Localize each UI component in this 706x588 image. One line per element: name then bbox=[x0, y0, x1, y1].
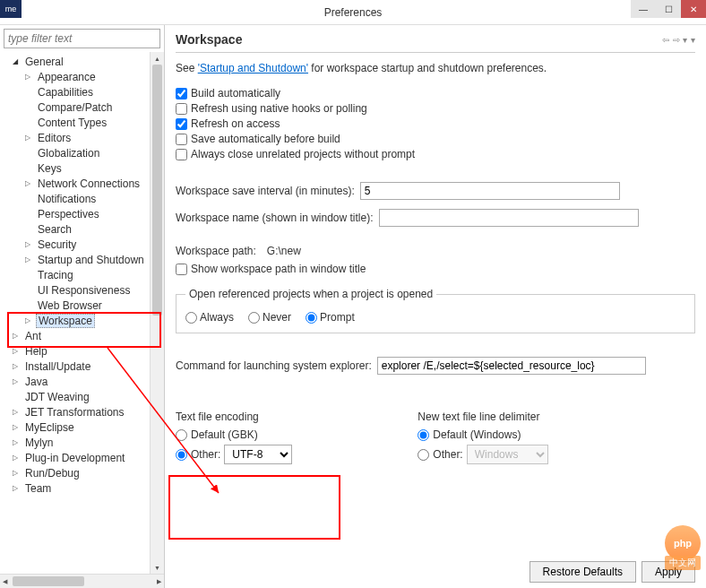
tree-item-tracing[interactable]: Tracing bbox=[0, 267, 150, 282]
tree-arrow-icon[interactable]: ▷ bbox=[13, 469, 23, 477]
refresh-access-label: Refresh on access bbox=[191, 117, 280, 130]
openref-never-radio[interactable] bbox=[248, 312, 260, 324]
scroll-up-icon[interactable]: ▲ bbox=[151, 52, 164, 65]
tree-item-network-connections[interactable]: ▷Network Connections bbox=[0, 176, 150, 191]
ws-path-value: G:\new bbox=[267, 245, 301, 257]
tree-item-label: Ant bbox=[23, 330, 43, 342]
tree-item-workspace[interactable]: ▷Workspace bbox=[0, 313, 150, 328]
tree-item-capabilities[interactable]: Capabilities bbox=[0, 84, 150, 99]
tree-item-label: Perspectives bbox=[36, 208, 101, 220]
tree-scrollbar[interactable]: ▲ ▼ bbox=[150, 52, 164, 574]
tree-item-keys[interactable]: Keys bbox=[0, 160, 150, 176]
tree-item-label: Keys bbox=[36, 162, 64, 175]
tree-item-search[interactable]: Search bbox=[0, 221, 150, 237]
tree-item-install-update[interactable]: ▷Install/Update bbox=[0, 359, 150, 374]
tree-arrow-icon[interactable]: ▷ bbox=[25, 134, 36, 142]
tree-arrow-icon[interactable]: ▷ bbox=[13, 484, 23, 492]
tree-arrow-icon[interactable]: ▷ bbox=[13, 408, 23, 416]
tree-arrow-icon[interactable]: ▷ bbox=[25, 240, 36, 248]
startup-shutdown-link[interactable]: 'Startup and Shutdown' bbox=[198, 62, 308, 74]
delimiter-group: New text file line delimiter Default (Wi… bbox=[418, 411, 547, 468]
tree-item-ant[interactable]: ▷Ant bbox=[0, 328, 150, 343]
close-unrelated-label: Always close unrelated projects without … bbox=[191, 148, 415, 160]
preferences-tree[interactable]: ◢General▷AppearanceCapabilitiesCompare/P… bbox=[0, 52, 150, 574]
tree-arrow-icon[interactable]: ▷ bbox=[13, 454, 23, 462]
window-title: Preferences bbox=[324, 6, 383, 19]
tree-item-security[interactable]: ▷Security bbox=[0, 237, 150, 252]
tree-arrow-icon[interactable]: ▷ bbox=[25, 179, 36, 187]
tree-arrow-icon[interactable]: ▷ bbox=[13, 332, 23, 340]
minimize-button[interactable]: — bbox=[631, 0, 656, 18]
tree-item-notifications[interactable]: Notifications bbox=[0, 191, 150, 206]
tree-item-label: JDT Weaving bbox=[23, 391, 91, 403]
show-path-checkbox[interactable] bbox=[176, 264, 187, 275]
tree-arrow-icon[interactable]: ▷ bbox=[13, 423, 23, 431]
encoding-title: Text file encoding bbox=[176, 411, 292, 423]
tree-item-startup-and-shutdown[interactable]: ▷Startup and Shutdown bbox=[0, 252, 150, 267]
tree-item-myeclipse[interactable]: ▷MyEclipse bbox=[0, 419, 150, 435]
restore-defaults-button[interactable]: Restore Defaults bbox=[530, 561, 636, 583]
refresh-access-checkbox[interactable] bbox=[176, 118, 187, 130]
tree-item-mylyn[interactable]: ▷Mylyn bbox=[0, 435, 150, 450]
tree-item-editors[interactable]: ▷Editors bbox=[0, 130, 150, 145]
tree-item-jdt-weaving[interactable]: JDT Weaving bbox=[0, 389, 150, 404]
scroll-down-icon[interactable]: ▼ bbox=[151, 561, 164, 574]
tree-arrow-icon[interactable]: ▷ bbox=[13, 362, 23, 370]
refresh-hooks-checkbox[interactable] bbox=[176, 103, 187, 115]
nav-fwd-icon[interactable]: ⇨ ▾ bbox=[673, 35, 687, 45]
tree-item-plug-in-development[interactable]: ▷Plug-in Development bbox=[0, 450, 150, 465]
del-other-radio[interactable] bbox=[418, 449, 429, 461]
tree-item-general[interactable]: ◢General bbox=[0, 54, 150, 69]
enc-other-radio[interactable] bbox=[176, 449, 187, 461]
filter-input[interactable] bbox=[4, 29, 160, 48]
tree-arrow-icon[interactable]: ▷ bbox=[13, 347, 23, 355]
tree-item-label: Appearance bbox=[36, 71, 98, 83]
tree-item-label: General bbox=[23, 56, 65, 68]
ws-name-label: Workspace name (shown in window title): bbox=[176, 212, 374, 224]
explorer-input[interactable] bbox=[377, 357, 646, 375]
tree-item-perspectives[interactable]: Perspectives bbox=[0, 206, 150, 221]
openref-prompt-radio[interactable] bbox=[306, 312, 317, 324]
maximize-button[interactable]: ☐ bbox=[656, 0, 681, 18]
openref-always-radio[interactable] bbox=[185, 312, 197, 324]
nav-menu-icon[interactable]: ▾ bbox=[691, 35, 695, 45]
tree-item-help[interactable]: ▷Help bbox=[0, 343, 150, 359]
tree-arrow-icon[interactable]: ▷ bbox=[25, 255, 36, 264]
tree-hscrollbar[interactable]: ◀ ▶ bbox=[0, 574, 164, 588]
save-auto-checkbox[interactable] bbox=[176, 134, 187, 145]
tree-arrow-icon[interactable]: ▷ bbox=[25, 73, 36, 81]
ws-name-input[interactable] bbox=[379, 209, 639, 227]
tree-item-team[interactable]: ▷Team bbox=[0, 480, 150, 496]
hscroll-thumb[interactable] bbox=[13, 576, 84, 586]
tree-item-web-browser[interactable]: Web Browser bbox=[0, 298, 150, 313]
tree-item-globalization[interactable]: Globalization bbox=[0, 145, 150, 160]
nav-back-icon[interactable]: ⇦ bbox=[662, 35, 669, 45]
tree-arrow-icon[interactable]: ◢ bbox=[13, 57, 23, 65]
tree-item-java[interactable]: ▷Java bbox=[0, 374, 150, 389]
tree-item-content-types[interactable]: Content Types bbox=[0, 115, 150, 130]
tree-item-label: Network Connections bbox=[36, 177, 142, 190]
scroll-thumb[interactable] bbox=[152, 65, 162, 316]
tree-item-compare-patch[interactable]: Compare/Patch bbox=[0, 99, 150, 115]
save-interval-input[interactable] bbox=[360, 182, 620, 200]
tree-item-ui-responsiveness[interactable]: UI Responsiveness bbox=[0, 282, 150, 298]
tree-arrow-icon[interactable]: ▷ bbox=[13, 438, 23, 446]
tree-item-appearance[interactable]: ▷Appearance bbox=[0, 69, 150, 84]
tree-item-label: Team bbox=[23, 482, 53, 495]
enc-default-radio[interactable] bbox=[176, 429, 187, 441]
enc-other-select[interactable]: UTF-8 bbox=[224, 445, 292, 464]
tree-item-label: MyEclipse bbox=[23, 421, 76, 434]
tree-item-label: Mylyn bbox=[23, 437, 55, 449]
build-auto-checkbox[interactable] bbox=[176, 88, 187, 99]
tree-item-run-debug[interactable]: ▷Run/Debug bbox=[0, 465, 150, 480]
tree-item-jet-transformations[interactable]: ▷JET Transformations bbox=[0, 404, 150, 419]
del-default-radio[interactable] bbox=[418, 429, 429, 441]
tree-arrow-icon[interactable]: ▷ bbox=[25, 316, 36, 324]
tree-item-label: Content Types bbox=[36, 117, 108, 129]
tree-item-label: Startup and Shutdown bbox=[36, 254, 146, 266]
open-ref-legend: Open referenced projects when a project … bbox=[185, 288, 436, 300]
close-button[interactable]: ✕ bbox=[681, 0, 706, 18]
tree-arrow-icon[interactable]: ▷ bbox=[13, 377, 23, 385]
close-unrelated-checkbox[interactable] bbox=[176, 149, 187, 160]
explorer-label: Command for launching system explorer: bbox=[176, 359, 372, 372]
